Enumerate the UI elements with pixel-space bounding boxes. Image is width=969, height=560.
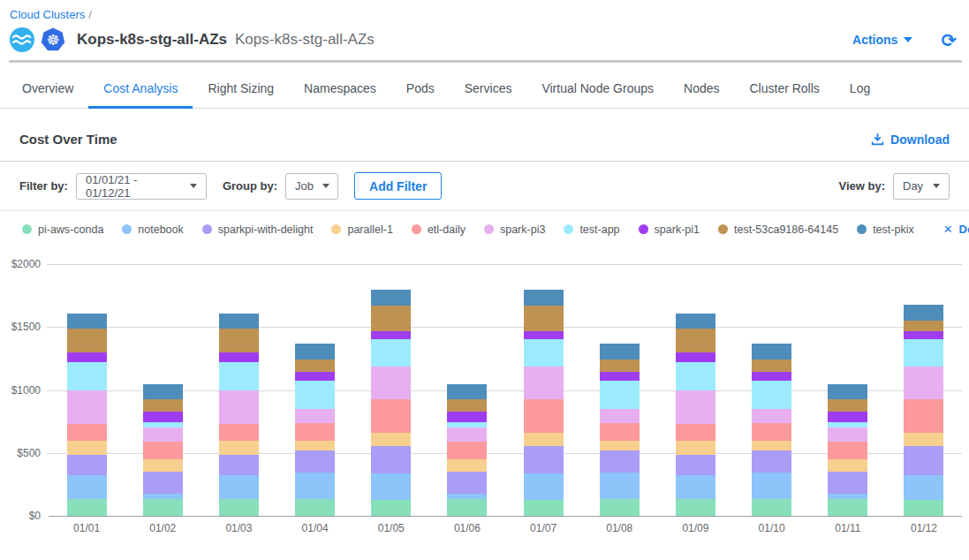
bar-segment-parallel-1[interactable] — [600, 441, 640, 450]
legend-item[interactable]: test-pkix — [857, 223, 914, 236]
legend-item[interactable]: etl-daily — [412, 223, 466, 236]
bar-segment-test-53ca9186-64145[interactable] — [447, 399, 487, 412]
bar-segment-sparkpi-with-delight[interactable] — [904, 446, 943, 475]
bar-segment-parallel-1[interactable] — [143, 459, 183, 472]
bar-segment-sparkpi-with-delight[interactable] — [600, 450, 640, 473]
bar-segment-test-pkix[interactable] — [676, 314, 715, 329]
bar-segment-pi-aws-conda[interactable] — [219, 499, 259, 516]
bar-segment-parallel-1[interactable] — [295, 441, 335, 450]
bar-segment-etl-daily[interactable] — [676, 424, 715, 441]
bar-segment-test-pkix[interactable] — [371, 290, 411, 306]
bar-segment-spark-pi1[interactable] — [828, 412, 867, 421]
bar-segment-test-app[interactable] — [676, 362, 715, 390]
bar-segment-parallel-1[interactable] — [67, 441, 107, 455]
tab-namespaces[interactable]: Namespaces — [289, 81, 391, 109]
bar-segment-notebook[interactable] — [67, 475, 107, 500]
bar-segment-spark-pi3[interactable] — [295, 409, 335, 423]
bar-segment-spark-pi1[interactable] — [447, 412, 487, 421]
bar-segment-test-pkix[interactable] — [447, 384, 487, 399]
bar-segment-test-53ca9186-64145[interactable] — [676, 329, 715, 352]
bar-segment-test-app[interactable] — [600, 381, 640, 408]
deselect-all-button[interactable]: ✕ Deselect All — [943, 223, 969, 236]
bar-segment-parallel-1[interactable] — [752, 441, 791, 450]
bar-segment-test-app[interactable] — [219, 362, 259, 390]
bar-01-04[interactable] — [295, 344, 335, 516]
bar-segment-test-53ca9186-64145[interactable] — [904, 321, 943, 331]
bar-segment-spark-pi3[interactable] — [828, 428, 867, 442]
bar-segment-sparkpi-with-delight[interactable] — [524, 446, 564, 473]
bar-segment-test-app[interactable] — [904, 339, 943, 367]
bar-segment-spark-pi1[interactable] — [295, 372, 335, 381]
bar-segment-test-pkix[interactable] — [143, 384, 183, 399]
bar-segment-test-pkix[interactable] — [67, 314, 107, 329]
legend-item[interactable]: pi-aws-conda — [22, 223, 103, 236]
bar-segment-notebook[interactable] — [676, 475, 715, 500]
group-by-dropdown[interactable]: Job — [285, 173, 338, 200]
bar-segment-notebook[interactable] — [371, 473, 411, 500]
bar-segment-sparkpi-with-delight[interactable] — [752, 450, 791, 473]
bar-segment-sparkpi-with-delight[interactable] — [219, 455, 259, 475]
add-filter-button[interactable]: Add Filter — [354, 172, 442, 200]
bar-segment-test-pkix[interactable] — [219, 314, 259, 329]
bar-segment-test-53ca9186-64145[interactable] — [524, 306, 564, 331]
bar-segment-spark-pi1[interactable] — [904, 331, 943, 339]
bar-segment-test-app[interactable] — [295, 381, 335, 408]
bar-segment-etl-daily[interactable] — [371, 399, 411, 433]
bar-segment-test-pkix[interactable] — [295, 344, 335, 359]
tab-cost-analysis[interactable]: Cost Analysis — [88, 81, 193, 109]
bar-segment-test-53ca9186-64145[interactable] — [219, 329, 259, 352]
bar-segment-etl-daily[interactable] — [67, 424, 107, 441]
bar-segment-test-pkix[interactable] — [904, 305, 943, 321]
bar-segment-pi-aws-conda[interactable] — [828, 499, 867, 516]
bar-segment-test-pkix[interactable] — [752, 344, 791, 359]
bar-segment-etl-daily[interactable] — [295, 423, 335, 441]
bar-segment-etl-daily[interactable] — [143, 442, 183, 458]
bar-segment-pi-aws-conda[interactable] — [904, 500, 943, 516]
bar-segment-test-53ca9186-64145[interactable] — [600, 359, 640, 372]
bar-01-08[interactable] — [600, 344, 640, 516]
bar-segment-spark-pi3[interactable] — [904, 367, 943, 400]
tab-log[interactable]: Log — [835, 81, 885, 109]
tab-overview[interactable]: Overview — [7, 81, 88, 109]
tab-cluster-rolls[interactable]: Cluster Rolls — [734, 81, 834, 109]
bar-segment-spark-pi3[interactable] — [524, 367, 564, 400]
tab-pods[interactable]: Pods — [391, 81, 450, 109]
view-by-dropdown[interactable]: Day — [893, 173, 950, 200]
bar-segment-etl-daily[interactable] — [752, 423, 791, 441]
bar-01-03[interactable] — [219, 314, 259, 516]
bar-segment-spark-pi1[interactable] — [676, 352, 715, 362]
bar-segment-test-app[interactable] — [67, 362, 107, 390]
bar-segment-parallel-1[interactable] — [371, 433, 411, 445]
bar-01-10[interactable] — [752, 344, 791, 516]
bar-01-02[interactable] — [143, 384, 183, 516]
tab-nodes[interactable]: Nodes — [669, 81, 734, 109]
bar-segment-pi-aws-conda[interactable] — [676, 499, 715, 516]
bar-segment-parallel-1[interactable] — [676, 441, 715, 455]
bar-segment-test-53ca9186-64145[interactable] — [295, 359, 335, 372]
bar-segment-sparkpi-with-delight[interactable] — [676, 455, 715, 475]
bar-01-12[interactable] — [904, 305, 943, 516]
legend-item[interactable]: test-53ca9186-64145 — [718, 223, 838, 236]
bar-segment-test-pkix[interactable] — [524, 290, 564, 306]
bar-segment-spark-pi3[interactable] — [143, 428, 183, 442]
bar-segment-test-53ca9186-64145[interactable] — [752, 359, 791, 372]
bar-segment-test-app[interactable] — [524, 339, 564, 367]
bar-segment-pi-aws-conda[interactable] — [371, 500, 411, 516]
bar-segment-notebook[interactable] — [600, 473, 640, 499]
bar-segment-notebook[interactable] — [219, 475, 259, 500]
bar-segment-pi-aws-conda[interactable] — [524, 500, 564, 516]
bar-segment-spark-pi3[interactable] — [447, 428, 487, 442]
bar-segment-spark-pi1[interactable] — [143, 412, 183, 421]
bar-segment-notebook[interactable] — [295, 473, 335, 499]
tab-right-sizing[interactable]: Right Sizing — [193, 81, 289, 109]
legend-item[interactable]: spark-pi3 — [484, 223, 545, 236]
bar-segment-test-pkix[interactable] — [828, 384, 867, 399]
legend-item[interactable]: parallel-1 — [331, 223, 392, 236]
bar-segment-etl-daily[interactable] — [904, 399, 943, 433]
bar-segment-test-app[interactable] — [752, 381, 791, 408]
bar-segment-spark-pi1[interactable] — [600, 372, 640, 381]
bar-segment-sparkpi-with-delight[interactable] — [447, 472, 487, 494]
bar-segment-etl-daily[interactable] — [447, 442, 487, 458]
bar-segment-spark-pi1[interactable] — [752, 372, 791, 381]
bar-segment-test-app[interactable] — [371, 339, 411, 367]
